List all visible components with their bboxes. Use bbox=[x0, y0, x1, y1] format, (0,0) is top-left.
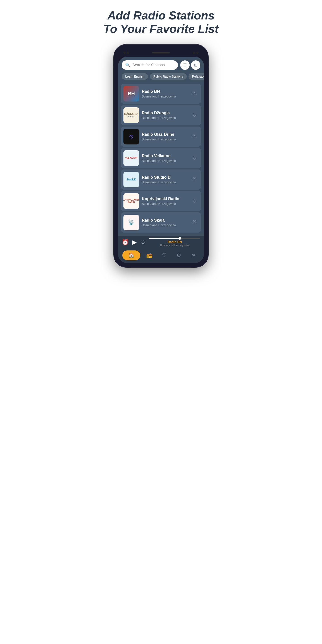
view-toggle: ☰ ⊞ bbox=[180, 60, 200, 70]
search-bar[interactable]: 🔍 Search for Stations bbox=[122, 60, 178, 70]
alarm-button[interactable]: ⏰ bbox=[122, 239, 129, 246]
favorite-button[interactable]: ♡ bbox=[190, 132, 198, 141]
favorite-button[interactable]: ♡ bbox=[190, 90, 198, 98]
logo-glas-drine: ⊙ bbox=[124, 129, 139, 144]
phone-screen: 🔍 Search for Stations ☰ ⊞ Learn English … bbox=[118, 57, 204, 263]
station-logo: 📡 bbox=[124, 215, 139, 230]
station-item[interactable]: VELKATON Radio Velkaton Bosnia and Herze… bbox=[121, 148, 201, 168]
nav-radio-button[interactable]: 📻 bbox=[144, 250, 155, 260]
category-tabs: Learn English Public Radio Stations Rela… bbox=[118, 72, 204, 82]
station-info: Radio Skala Bosnia and Herzegovina bbox=[142, 218, 188, 227]
like-button[interactable]: ♡ bbox=[140, 239, 146, 246]
camera-dot-2 bbox=[127, 52, 129, 54]
tab-relaxation[interactable]: Relaxation bbox=[188, 73, 204, 80]
phone-top-bar bbox=[118, 49, 204, 57]
station-name: Radio Skala bbox=[142, 218, 188, 223]
progress-bar bbox=[149, 238, 200, 239]
station-item[interactable]: BH Radio BN Bosnia and Herzegovina ♡ bbox=[121, 84, 201, 104]
player-station-sub: Bosnia and Herzegovina bbox=[149, 244, 200, 247]
player-bar: ⏰ ▶ ♡ Radio BN Bosnia and Herzegovina bbox=[118, 236, 204, 249]
station-country: Bosnia and Herzegovina bbox=[142, 202, 188, 206]
speaker bbox=[152, 52, 170, 54]
progress-thumb bbox=[178, 237, 181, 240]
camera-dot-1 bbox=[124, 52, 126, 54]
search-area: 🔍 Search for Stations ☰ ⊞ bbox=[118, 57, 204, 72]
station-logo: DŽUNGLA RADIO bbox=[124, 107, 139, 123]
favorite-button[interactable]: ♡ bbox=[190, 218, 198, 226]
player-station-name: Radio BN bbox=[149, 240, 200, 244]
station-country: Bosnia and Herzegovina bbox=[142, 180, 188, 184]
station-country: Bosnia and Herzegovina bbox=[142, 116, 188, 120]
station-name: Radio BN bbox=[142, 89, 188, 94]
favorite-button[interactable]: ♡ bbox=[190, 197, 198, 205]
grid-view-button[interactable]: ⊞ bbox=[191, 60, 200, 70]
search-placeholder-text: Search for Stations bbox=[132, 63, 174, 67]
nav-edit-button[interactable]: ✏ bbox=[188, 250, 200, 260]
station-item[interactable]: StudioD Radio Studio D Bosnia and Herzeg… bbox=[121, 170, 201, 190]
station-info: Radio Studio D Bosnia and Herzegovina bbox=[142, 175, 188, 184]
camera-dot-3 bbox=[193, 52, 195, 54]
favorite-button[interactable]: ♡ bbox=[190, 154, 198, 162]
station-logo: StudioD bbox=[124, 172, 139, 188]
camera-dot-4 bbox=[196, 52, 198, 54]
station-country: Bosnia and Herzegovina bbox=[142, 138, 188, 141]
favorite-button[interactable]: ♡ bbox=[190, 111, 198, 119]
search-icon: 🔍 bbox=[125, 62, 130, 68]
nav-settings-button[interactable]: ⚙ bbox=[173, 250, 185, 260]
station-country: Bosnia and Herzegovina bbox=[142, 159, 188, 162]
station-list: BH Radio BN Bosnia and Herzegovina ♡ DŽU… bbox=[118, 82, 204, 234]
station-logo: BH bbox=[124, 86, 139, 102]
logo-dzungla: DŽUNGLA RADIO bbox=[124, 107, 139, 123]
camera-area bbox=[124, 52, 129, 54]
player-controls: ⏰ ▶ ♡ Radio BN Bosnia and Herzegovina bbox=[122, 238, 200, 247]
station-logo: KOPRIVLJANSKIRADIO bbox=[124, 193, 139, 209]
station-country: Bosnia and Herzegovina bbox=[142, 94, 188, 98]
logo-skala: 📡 bbox=[124, 215, 139, 230]
page-title: Add Radio Stations To Your Favorite List bbox=[103, 9, 218, 36]
station-logo: ⊙ bbox=[124, 129, 139, 144]
station-logo: VELKATON bbox=[124, 150, 139, 166]
tab-learn-english[interactable]: Learn English bbox=[122, 73, 148, 80]
station-info: Radio Džungla Bosnia and Herzegovina bbox=[142, 111, 188, 120]
station-name: Radio Glas Drine bbox=[142, 132, 188, 137]
station-info: Radio Velkaton Bosnia and Herzegovina bbox=[142, 154, 188, 162]
station-item[interactable]: KOPRIVLJANSKIRADIO Koprivljanski Radio B… bbox=[121, 191, 201, 211]
list-view-button[interactable]: ☰ bbox=[180, 60, 190, 70]
nav-favorites-button[interactable]: ♡ bbox=[158, 250, 170, 260]
station-name: Radio Velkaton bbox=[142, 154, 188, 158]
play-button[interactable]: ▶ bbox=[132, 239, 137, 246]
station-name: Radio Studio D bbox=[142, 175, 188, 180]
station-item[interactable]: DŽUNGLA RADIO Radio Džungla Bosnia and H… bbox=[121, 105, 201, 125]
station-info: Radio Glas Drine Bosnia and Herzegovina bbox=[142, 132, 188, 141]
nav-home-button[interactable]: 🏠 bbox=[122, 250, 140, 260]
player-info: Radio BN Bosnia and Herzegovina bbox=[149, 238, 200, 247]
logo-velkaton: VELKATON bbox=[124, 150, 139, 166]
station-name: Radio Džungla bbox=[142, 111, 188, 116]
logo-studio-d: StudioD bbox=[124, 172, 139, 188]
tab-public-radio[interactable]: Public Radio Stations bbox=[150, 73, 187, 80]
bottom-nav: 🏠 📻 ♡ ⚙ ✏ bbox=[118, 249, 204, 263]
front-camera bbox=[193, 52, 198, 54]
station-info: Radio BN Bosnia and Herzegovina bbox=[142, 89, 188, 98]
logo-radio-bn: BH bbox=[124, 86, 139, 102]
station-item[interactable]: ⊙ Radio Glas Drine Bosnia and Herzegovin… bbox=[121, 126, 201, 147]
favorite-button[interactable]: ♡ bbox=[190, 176, 198, 184]
station-name: Koprivljanski Radio bbox=[142, 196, 188, 201]
phone-mockup: 🔍 Search for Stations ☰ ⊞ Learn English … bbox=[114, 45, 208, 267]
logo-koprivljanski: KOPRIVLJANSKIRADIO bbox=[124, 193, 139, 209]
station-info: Koprivljanski Radio Bosnia and Herzegovi… bbox=[142, 196, 188, 206]
progress-fill bbox=[149, 238, 180, 239]
station-item[interactable]: 📡 Radio Skala Bosnia and Herzegovina ♡ bbox=[121, 212, 201, 232]
station-country: Bosnia and Herzegovina bbox=[142, 224, 188, 227]
